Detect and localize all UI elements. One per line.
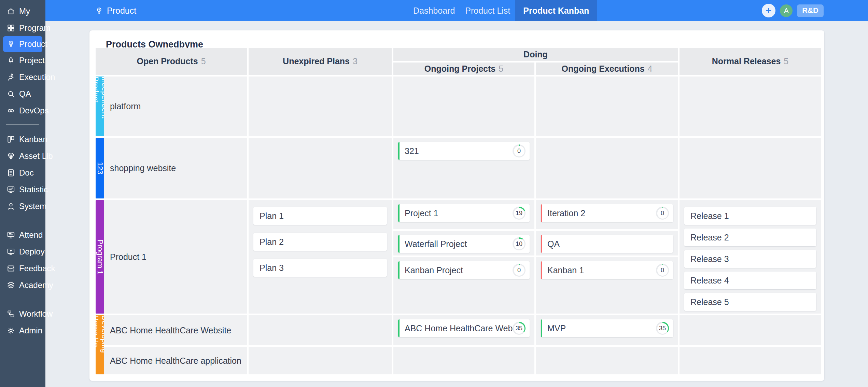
progress-ring: 0 bbox=[656, 264, 669, 277]
product-name[interactable]: platform bbox=[110, 101, 141, 111]
product-bulb-icon bbox=[6, 40, 15, 49]
card-title: Plan 3 bbox=[260, 263, 383, 273]
avatar[interactable]: A bbox=[780, 4, 793, 17]
card-title: Plan 1 bbox=[260, 211, 383, 221]
lane-label-program-1: Program 1 bbox=[96, 200, 104, 314]
sidebar-item-statistic[interactable]: Statistic bbox=[0, 181, 45, 198]
project-card[interactable]: Kanban Project 0 bbox=[398, 261, 530, 279]
tab-product-list[interactable]: Product List bbox=[460, 0, 515, 21]
feedback-mail-icon bbox=[6, 264, 15, 273]
execution-card[interactable]: MVP 35 bbox=[541, 319, 673, 337]
progress-ring: 0 bbox=[513, 144, 526, 157]
qa-search-icon bbox=[6, 89, 15, 98]
project-card[interactable]: 321 0 bbox=[398, 142, 530, 160]
execution-card[interactable]: Kanban 1 0 bbox=[541, 261, 673, 279]
sidebar-item-label: Academy bbox=[19, 280, 53, 290]
column-count: 5 bbox=[499, 64, 503, 74]
sidebar-item-label: Kanban bbox=[19, 135, 47, 144]
execution-card[interactable]: Iteration 2 0 bbox=[541, 204, 673, 222]
sidebar-item-my[interactable]: My bbox=[0, 3, 45, 19]
create-button[interactable] bbox=[762, 4, 775, 17]
empty-cell bbox=[249, 77, 392, 136]
sidebar-item-workflow[interactable]: Workflow bbox=[0, 305, 45, 322]
sidebar-item-program[interactable]: Program bbox=[0, 19, 45, 36]
execution-runner-icon bbox=[6, 73, 15, 82]
release-card[interactable]: Release 4 bbox=[684, 272, 816, 289]
sidebar-item-label: Statistic bbox=[19, 185, 48, 194]
column-count: 5 bbox=[784, 56, 788, 66]
sidebar-divider bbox=[6, 124, 39, 125]
plan-card[interactable]: Plan 3 bbox=[253, 259, 387, 277]
card-title: Release 4 bbox=[690, 276, 812, 286]
sidebar-item-attend[interactable]: Attend bbox=[0, 226, 45, 243]
top-nav-tabs: Dashboard Product List Product Kanban bbox=[408, 0, 597, 21]
doc-notebook-icon bbox=[6, 168, 15, 177]
module-title: Product bbox=[107, 6, 136, 16]
sidebar-item-system[interactable]: System bbox=[0, 198, 45, 215]
lane-products-cell: 123 shopping website bbox=[96, 138, 247, 198]
execution-card[interactable]: QA bbox=[541, 235, 673, 253]
sidebar-item-label: QA bbox=[19, 89, 31, 99]
sidebar-item-kanban[interactable]: Kanban bbox=[0, 131, 45, 148]
empty-cell bbox=[680, 138, 821, 198]
sidebar-item-project[interactable]: Project bbox=[0, 52, 45, 69]
sidebar-item-deploy[interactable]: Deploy bbox=[0, 243, 45, 260]
plan-card[interactable]: Plan 1 bbox=[253, 207, 387, 225]
product-kanban-panel: Products Ownedbyme Open Products5 Unexpi… bbox=[89, 30, 824, 381]
executions-cell: MVP 35 bbox=[536, 315, 678, 374]
plans-cell bbox=[249, 315, 392, 374]
release-card[interactable]: Release 5 bbox=[684, 293, 816, 311]
sidebar-item-product[interactable]: Product bbox=[3, 36, 42, 52]
releases-cell: Release 1 Release 2 Release 3 Release 4 … bbox=[680, 200, 821, 314]
product-name[interactable]: ABC Home HealthCare Website bbox=[110, 326, 231, 335]
column-header-doing: Doing bbox=[393, 48, 678, 61]
sidebar-item-label: DevOps bbox=[19, 106, 49, 115]
executions-cell: Iteration 2 0 QA Kanban 1 0 bbox=[536, 200, 678, 314]
workspace-switcher-button[interactable]: R&D bbox=[797, 4, 824, 17]
sidebar-item-devops[interactable]: DevOps bbox=[0, 102, 45, 119]
projects-cell: Project 1 19 Waterfall Project 10 Kanban… bbox=[393, 200, 534, 314]
card-title: Project 1 bbox=[405, 208, 513, 218]
column-count: 4 bbox=[648, 64, 653, 74]
tab-product-kanban[interactable]: Product Kanban bbox=[515, 0, 597, 21]
product-name[interactable]: Product 1 bbox=[110, 252, 146, 262]
sidebar-divider bbox=[6, 299, 39, 299]
card-title: Release 3 bbox=[690, 254, 812, 264]
project-card[interactable]: ABC Home HealthCare Website Develo... 35 bbox=[398, 319, 530, 337]
sidebar-item-label: System bbox=[19, 202, 46, 211]
plan-card[interactable]: Plan 2 bbox=[253, 233, 387, 251]
column-header-ongoing-executions: Ongoing Executions4 bbox=[536, 63, 678, 75]
sidebar-item-label: Project bbox=[19, 56, 45, 65]
sidebar-item-label: Workflow bbox=[19, 309, 53, 319]
topbar-actions: A R&D bbox=[762, 0, 824, 21]
academy-stack-icon bbox=[6, 281, 15, 290]
progress-ring: 0 bbox=[656, 207, 669, 220]
release-card[interactable]: Release 1 bbox=[684, 207, 816, 225]
project-card[interactable]: Project 1 19 bbox=[398, 204, 530, 222]
product-bulb-icon bbox=[95, 6, 103, 15]
top-navigation-bar: Product Dashboard Product List Product K… bbox=[45, 0, 868, 21]
sidebar-item-asset-lib[interactable]: Asset Lib bbox=[0, 148, 45, 164]
card-title: Release 5 bbox=[690, 297, 812, 307]
column-count: 3 bbox=[353, 56, 358, 66]
sidebar-item-doc[interactable]: Doc bbox=[0, 164, 45, 181]
release-card[interactable]: Release 2 bbox=[684, 229, 816, 246]
lane-products-cell: Independent Product platform bbox=[96, 77, 247, 136]
release-card[interactable]: Release 3 bbox=[684, 250, 816, 268]
sidebar-item-execution[interactable]: Execution bbox=[0, 69, 45, 85]
sidebar-item-academy[interactable]: Academy bbox=[0, 277, 45, 293]
product-name[interactable]: shopping website bbox=[110, 163, 176, 173]
product-name[interactable]: ABC Home HealthCare application bbox=[110, 356, 241, 366]
sidebar-item-label: Doc bbox=[19, 168, 34, 178]
statistic-chart-icon bbox=[6, 185, 15, 194]
project-card[interactable]: Waterfall Project 10 bbox=[398, 235, 530, 253]
sidebar-item-qa[interactable]: QA bbox=[0, 85, 45, 102]
sidebar-item-feedback[interactable]: Feedback bbox=[0, 260, 45, 277]
sidebar-item-label: Execution bbox=[19, 72, 55, 82]
sidebar-item-admin[interactable]: Admin bbox=[0, 322, 45, 339]
tab-dashboard[interactable]: Dashboard bbox=[408, 0, 460, 21]
empty-cell bbox=[536, 77, 678, 136]
column-header-normal-releases: Normal Releases5 bbox=[680, 48, 821, 75]
card-title: Iteration 2 bbox=[547, 208, 656, 218]
card-title: Waterfall Project bbox=[405, 239, 513, 249]
